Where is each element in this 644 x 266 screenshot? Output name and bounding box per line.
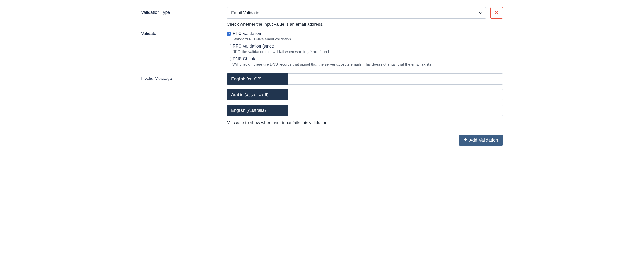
delete-validation-button[interactable] — [490, 7, 503, 19]
language-label: English (Australia) — [227, 105, 288, 116]
checkbox-help: Standard RFC-like email validation — [232, 37, 503, 41]
invalid-message-help: Message to show when user input fails th… — [227, 120, 503, 125]
close-icon — [494, 11, 499, 16]
row-validator: Validator RFC ValidationStandard RFC-lik… — [141, 31, 503, 69]
invalid-message-row: English (en-GB) — [227, 73, 503, 85]
divider — [141, 131, 503, 131]
checkbox-help: RFC-like validation that will fail when … — [232, 50, 503, 54]
checkbox-rfc-strict[interactable] — [227, 44, 231, 48]
invalid-message-input[interactable] — [288, 73, 503, 85]
language-label: English (en-GB) — [227, 73, 288, 85]
validator-option-rfc-strict: RFC Validation (strict)RFC-like validati… — [227, 44, 503, 54]
checkbox-rfc[interactable] — [227, 32, 231, 36]
invalid-message-input[interactable] — [288, 89, 503, 100]
add-validation-button[interactable]: Add Validation — [459, 135, 503, 146]
validation-type-select[interactable]: Email Validation — [227, 7, 486, 19]
label-invalid-message: Invalid Message — [141, 73, 227, 125]
validation-form: Validation Type Email Validation Check w… — [141, 7, 503, 146]
invalid-message-input[interactable] — [288, 105, 503, 116]
invalid-message-row: Arabic (اللغة العربية) — [227, 89, 503, 100]
language-label: Arabic (اللغة العربية) — [227, 89, 288, 100]
add-validation-label: Add Validation — [469, 138, 498, 143]
label-validator: Validator — [141, 31, 227, 69]
validation-type-help: Check whether the input value is an emai… — [227, 22, 503, 27]
checkbox-label[interactable]: RFC Validation (strict) — [233, 44, 274, 49]
row-validation-type: Validation Type Email Validation Check w… — [141, 7, 503, 27]
row-invalid-message: Invalid Message English (en-GB)Arabic (ا… — [141, 73, 503, 125]
plus-icon — [464, 138, 468, 143]
checkbox-label[interactable]: DNS Check — [233, 56, 255, 61]
invalid-message-row: English (Australia) — [227, 105, 503, 116]
validator-option-rfc: RFC ValidationStandard RFC-like email va… — [227, 31, 503, 41]
checkbox-help: Will check if there are DNS records that… — [232, 62, 503, 67]
label-validation-type: Validation Type — [141, 7, 227, 27]
validator-option-dns: DNS CheckWill check if there are DNS rec… — [227, 56, 503, 67]
checkbox-label[interactable]: RFC Validation — [233, 31, 261, 36]
checkbox-dns[interactable] — [227, 57, 231, 61]
